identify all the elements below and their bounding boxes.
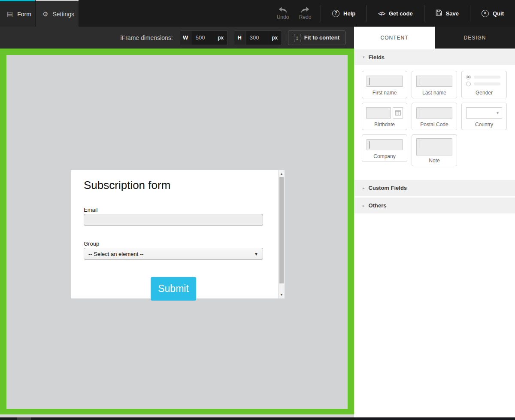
form-title[interactable]: Subscription form — [84, 179, 263, 192]
get-code-button[interactable]: </> Get code — [371, 0, 419, 27]
select-thumbnail: ▼ — [466, 107, 502, 119]
width-input[interactable]: 500 — [191, 31, 214, 45]
divider — [470, 5, 470, 21]
quit-button[interactable]: ✕ Quit — [475, 0, 511, 27]
radio-thumbnail — [462, 71, 506, 86]
divider — [424, 5, 424, 21]
field-card-country[interactable]: ▼ Country — [461, 103, 507, 130]
redo-icon — [300, 6, 310, 13]
field-card-last-name[interactable]: Last name — [412, 71, 457, 98]
width-unit-label: px — [214, 31, 227, 45]
save-icon — [436, 9, 442, 18]
save-label: Save — [446, 10, 459, 17]
fit-to-content-label: Fit to content — [304, 34, 339, 41]
field-card-postal-code[interactable]: Postal Code — [412, 103, 457, 130]
section-others[interactable]: ▸ Others — [354, 198, 515, 213]
redo-button[interactable]: Redo — [294, 6, 316, 20]
tab-settings[interactable]: ⚙ Settings — [36, 0, 79, 27]
tab-design[interactable]: DESIGN — [435, 27, 515, 49]
height-input[interactable]: 300 — [245, 31, 268, 45]
form-preview: Subscription form Email Group -- Select … — [71, 170, 285, 298]
group-label[interactable]: Group — [84, 240, 263, 247]
group-select[interactable]: -- Select an element -- ▼ — [84, 248, 263, 260]
divider — [367, 5, 367, 21]
group-select-value: -- Select an element -- — [88, 251, 144, 257]
submit-button[interactable]: Submit — [151, 277, 196, 301]
tab-settings-label: Settings — [52, 11, 74, 18]
content-panel: ▾ Fields First name Last name Gender Bir… — [354, 49, 515, 417]
code-icon: </> — [378, 10, 385, 17]
save-button[interactable]: Save — [429, 0, 466, 27]
field-card-note[interactable]: Note — [412, 134, 457, 166]
help-button[interactable]: ? Help — [325, 0, 362, 27]
horizontal-scrollbar-thumb[interactable] — [17, 417, 31, 420]
height-key-label: H — [234, 31, 245, 45]
help-label: Help — [343, 10, 355, 17]
undo-icon — [278, 6, 288, 13]
scrollbar-thumb[interactable] — [279, 177, 284, 283]
form-canvas: Subscription form Email Group -- Select … — [0, 49, 354, 414]
get-code-label: Get code — [389, 10, 413, 17]
scroll-down-icon[interactable]: ▼ — [279, 293, 285, 296]
field-card-birthdate[interactable]: Birthdate — [362, 103, 407, 130]
horizontal-scrollbar[interactable] — [0, 417, 515, 420]
radio-unchecked-icon — [466, 82, 471, 86]
header-actions: Undo Redo ? Help </> Get code Save ✕ — [272, 0, 515, 27]
section-others-label: Others — [369, 202, 387, 209]
redo-label: Redo — [299, 14, 312, 20]
text-input-thumbnail — [367, 139, 403, 150]
section-fields[interactable]: ▾ Fields — [354, 49, 515, 65]
quit-icon: ✕ — [482, 10, 489, 17]
form-scrollbar[interactable]: ▲ ▼ — [278, 170, 285, 298]
height-input-group: H 300 px — [234, 30, 282, 45]
canvas-bottom-strip — [0, 414, 354, 417]
chevron-down-icon: ▼ — [496, 111, 500, 115]
tab-content[interactable]: CONTENT — [354, 27, 435, 49]
undo-button[interactable]: Undo — [272, 6, 294, 20]
date-input-thumbnail — [362, 107, 407, 119]
text-input-thumbnail — [416, 76, 452, 87]
chevron-expanded-icon: ▾ — [363, 55, 365, 59]
field-card-gender[interactable]: Gender — [461, 71, 507, 98]
form-card[interactable]: Subscription form Email Group -- Select … — [71, 170, 278, 298]
main-tab-strip: ▤ Form ⚙ Settings — [0, 0, 79, 27]
section-custom-fields[interactable]: ▸ Custom Fields — [354, 180, 515, 196]
chevron-collapsed-icon: ▸ — [363, 204, 365, 208]
text-input-thumbnail — [416, 107, 452, 119]
email-field[interactable] — [84, 214, 263, 226]
textarea-thumbnail — [416, 138, 452, 155]
field-card-first-name[interactable]: First name — [362, 71, 407, 98]
field-card-company[interactable]: Company — [362, 134, 407, 162]
width-input-group: W 500 px — [180, 30, 228, 45]
chevron-collapsed-icon: ▸ — [363, 186, 365, 190]
form-icon: ▤ — [7, 11, 13, 17]
height-unit-label: px — [268, 31, 282, 45]
width-key-label: W — [180, 31, 191, 45]
top-header: ▤ Form ⚙ Settings Undo Redo ? Help — [0, 0, 515, 27]
help-icon: ? — [332, 10, 339, 17]
scroll-up-icon[interactable]: ▲ — [279, 172, 285, 175]
section-custom-fields-label: Custom Fields — [369, 185, 407, 191]
iframe-dimensions-toolbar: iFrame dimensions: W 500 px H 300 px ↕ F… — [0, 27, 354, 49]
field-widgets: First name Last name Gender Birthdate Po… — [354, 65, 515, 166]
email-label[interactable]: Email — [84, 207, 263, 213]
radio-checked-icon — [466, 75, 471, 79]
section-fields-label: Fields — [369, 54, 385, 61]
fit-to-content-button[interactable]: ↕ Fit to content — [288, 30, 345, 45]
undo-label: Undo — [277, 14, 289, 20]
text-input-thumbnail — [367, 76, 403, 87]
quit-label: Quit — [493, 10, 504, 17]
chevron-down-icon: ▼ — [254, 252, 258, 256]
divider — [321, 5, 321, 21]
calendar-icon — [393, 107, 403, 119]
tab-form[interactable]: ▤ Form — [0, 0, 35, 27]
tab-form-label: Form — [17, 11, 31, 18]
iframe-dimensions-label: iFrame dimensions: — [121, 34, 173, 41]
fit-to-content-icon: ↕ — [294, 34, 300, 42]
gear-icon: ⚙ — [42, 11, 48, 17]
